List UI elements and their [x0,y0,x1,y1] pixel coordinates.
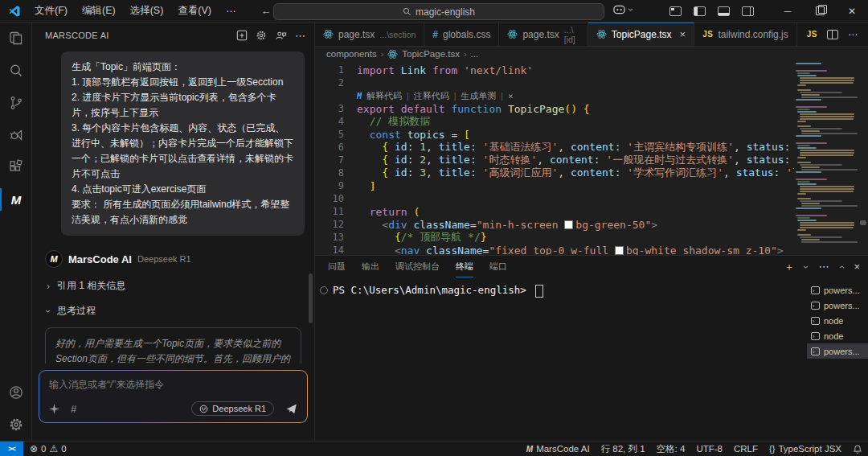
terminal-list-item-2[interactable]: ›node [807,313,868,328]
toggle-secondary-sidebar-icon[interactable] [742,6,754,16]
commands-sparkle-icon[interactable] [49,404,59,414]
extensions-icon[interactable] [0,151,31,183]
search-icon [403,7,411,16]
close-tab-icon[interactable]: × [680,28,686,40]
menu-item-1[interactable]: 编辑(E) [75,4,123,18]
model-selector[interactable]: Deepseek R1 [191,401,274,416]
code-line: 8 { id: 3, title: '高级词汇应用', content: '学术… [315,166,794,179]
code-text: const topics = [ [357,129,794,141]
codelens-action-2[interactable]: 生成单测 [457,90,499,102]
settings-gear-icon[interactable] [0,409,31,441]
send-icon[interactable] [285,403,297,415]
tab-page.tsx[interactable]: page.tsx...\[id] [499,23,588,46]
panel-more-actions-icon[interactable]: ⋯ [818,261,829,273]
terminal-list-item-4[interactable]: ›powers... [807,343,868,359]
status-item-5[interactable]: {}TypeScript JSX [764,442,847,456]
status-item-6[interactable] [847,442,868,456]
status-item-1[interactable]: 行 82, 列 1 [596,442,651,456]
terminal-list-item-0[interactable]: ›powers... [807,282,868,298]
problems-status[interactable]: ⊗ 0 ⚠ 0 [23,443,73,454]
code-line: 7 { id: 2, title: '时态转换', content: '一般现在… [315,154,794,166]
marscode-ai-icon[interactable]: M [0,183,31,216]
close-window-button[interactable]: ✕ [836,0,868,22]
breadcrumb-item-0[interactable]: components [326,49,377,59]
panel-tab-调试控制台[interactable]: 调试控制台 [395,256,440,277]
menu-item-4[interactable]: ⋯ [219,5,244,17]
codelens-action-1[interactable]: 注释代码 [411,90,452,102]
breadcrumb-item-1[interactable]: TopicPage.tsx [402,49,460,59]
breadcrumb: components›TopicPage.tsx›... [315,47,868,61]
settings-icon[interactable] [256,30,267,41]
run-debug-icon[interactable] [0,119,31,151]
context-hash-icon[interactable]: # [71,403,76,415]
close-panel-icon[interactable]: × [854,261,860,273]
tab-TopicPage.tsx[interactable]: TopicPage.tsx× [588,23,694,46]
marscode-codelens[interactable]: M解释代码|注释代码|生成单测|× [357,89,794,102]
toggle-panel-icon[interactable] [718,6,730,16]
terminal-list-item-3[interactable]: ›node [807,328,868,343]
search-sidebar-icon[interactable] [0,55,31,87]
panel-tab-终端[interactable]: 终端 [456,256,473,277]
breadcrumb-item-2[interactable]: ... [471,49,479,59]
customize-layout-icon[interactable] [669,6,682,16]
vscode-logo-icon [8,5,21,18]
maximize-panel-icon[interactable]: › [836,264,847,270]
tab-page.tsx[interactable]: page.tsx...\section [315,23,424,46]
editor-scrollbar[interactable] [858,61,868,255]
reference-label: 引用 1 相关信息 [57,279,125,293]
status-label: 空格: 4 [657,443,686,455]
js-action-icon[interactable]: JS [807,30,817,39]
account-icon[interactable] [0,376,31,409]
tab-label: page.tsx [338,29,375,40]
remote-indicator[interactable]: >< [0,442,23,456]
status-item-3[interactable]: UTF-8 [690,442,728,456]
terminal-label: node [824,331,843,341]
code-line: 1import Link from 'next/link' [315,64,794,76]
terminal-list-item-1[interactable]: ›powers... [807,298,868,313]
code-editor[interactable]: 1import Link from 'next/link'2M解释代码|注释代码… [315,61,868,255]
status-item-2[interactable]: 空格: 4 [651,442,691,456]
codelens-separator: | [452,91,458,101]
codelens-close-icon[interactable]: × [505,91,517,101]
react-icon [507,29,518,39]
menu-item-3[interactable]: 查看(V) [170,4,219,18]
editor-more-actions-icon[interactable]: ⋯ [848,29,858,40]
panel-tab-问题[interactable]: 问题 [328,256,346,277]
terminal-profile-chevron-icon[interactable]: › [800,264,812,270]
panel-tab-输出[interactable]: 输出 [362,256,379,277]
assistant-model: Deepseek R1 [137,254,191,264]
new-terminal-icon[interactable]: ＋ [784,260,794,274]
terminal[interactable]: PS C:\Users\Admin\magic-english> [315,277,807,435]
back-arrow-icon[interactable]: ← [260,5,271,17]
code-line: 13 {/* 顶部导航 */} [315,231,794,244]
toggle-sidebar-icon[interactable] [694,6,706,16]
reference-toggle[interactable]: › 引用 1 相关信息 [45,279,314,293]
tab-label: TopicPage.tsx [612,29,672,40]
split-editor-icon[interactable] [827,30,838,39]
copilot-menu[interactable]: › [613,4,634,15]
more-actions-icon[interactable]: ⋯ [295,30,306,42]
tab-globals.css[interactable]: #globals.css [424,23,499,46]
minimize-button[interactable]: ─ [772,0,804,22]
explorer-icon[interactable] [0,23,31,55]
panel-tab-端口[interactable]: 端口 [489,256,507,277]
menu-item-0[interactable]: 文件(F) [27,4,75,18]
new-chat-icon[interactable] [236,30,248,41]
menu-item-2[interactable]: 选择(S) [123,4,171,18]
status-item-0[interactable]: MMarsCode AI [521,442,596,456]
feedback-icon[interactable] [275,30,287,41]
codelens-action-0[interactable]: 解释代码 [363,90,405,102]
command-center-search[interactable]: magic-english [273,3,604,20]
minimap[interactable] [796,63,858,255]
code-line: 9 ] [315,179,794,192]
sidebar-scrollbar[interactable] [309,273,313,323]
tab-tailwind.config.js[interactable]: JStailwind.config.js [694,23,797,46]
chat-input[interactable]: 输入消息或者“/”来选择指令 # Deepseek R1 [39,371,307,422]
restore-button[interactable] [804,0,836,22]
thinking-toggle[interactable]: › 思考过程 [45,304,314,318]
codelens-separator: | [405,91,411,101]
status-item-4[interactable]: CRLF [728,442,764,456]
js-icon: JS [702,30,713,39]
source-control-icon[interactable] [0,87,31,119]
code-text: <div className="min-h-screen bg-green-50… [357,219,794,231]
